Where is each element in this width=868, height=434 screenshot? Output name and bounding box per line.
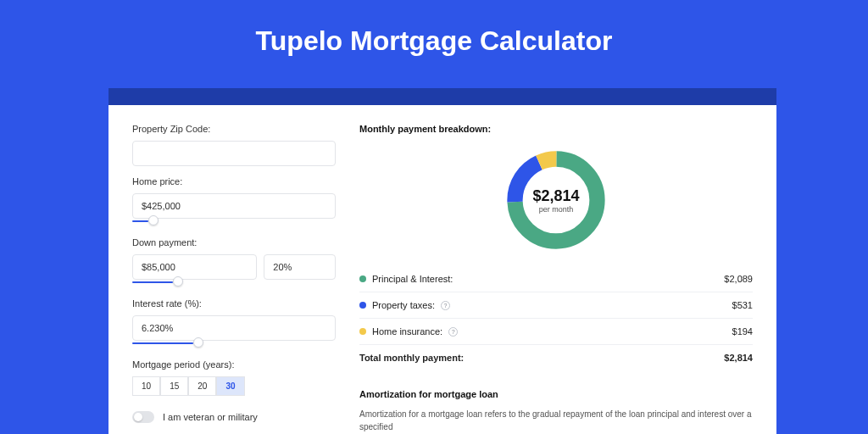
form-panel: Property Zip Code: Home price: Down paym…: [132, 124, 336, 434]
price-slider-thumb[interactable]: [148, 215, 159, 225]
veteran-label: I am veteran or military: [163, 412, 258, 422]
rate-slider-thumb[interactable]: [193, 337, 203, 348]
donut-sub: per month: [532, 205, 579, 214]
down-label: Down payment:: [132, 237, 336, 248]
amort-text: Amortization for a mortgage loan refers …: [359, 408, 753, 433]
line-insurance-value: $194: [732, 326, 753, 337]
line-total: Total monthly payment: $2,814: [359, 345, 753, 370]
amort-title: Amortization for mortgage loan: [359, 389, 753, 399]
line-insurance-label: Home insurance:: [372, 326, 442, 337]
zip-label: Property Zip Code:: [132, 124, 336, 134]
header-accent: [108, 88, 776, 105]
info-icon[interactable]: ?: [441, 301, 450, 310]
dot-tax: [359, 302, 366, 309]
down-slider[interactable]: [132, 278, 336, 288]
donut-amount: $2,814: [532, 187, 579, 205]
period-label: Mortgage period (years):: [132, 359, 336, 370]
period-btn-30[interactable]: 30: [216, 376, 244, 396]
line-tax-value: $531: [732, 300, 753, 310]
line-tax: Property taxes: ? $531: [359, 292, 753, 319]
rate-slider[interactable]: [132, 339, 336, 349]
price-label: Home price:: [132, 176, 336, 186]
toggle-knob: [134, 413, 142, 421]
calculator-card: Property Zip Code: Home price: Down paym…: [108, 105, 776, 434]
rate-input[interactable]: [132, 315, 336, 341]
page-title: Tupelo Mortgage Calculator: [0, 0, 868, 77]
veteran-toggle[interactable]: [132, 411, 154, 423]
line-principal-value: $2,089: [724, 274, 753, 284]
dot-insurance: [359, 328, 366, 335]
line-principal-label: Principal & Interest:: [372, 274, 453, 284]
period-btn-20[interactable]: 20: [188, 376, 216, 396]
zip-input[interactable]: [132, 141, 336, 166]
down-slider-thumb[interactable]: [173, 276, 183, 287]
info-icon[interactable]: ?: [448, 327, 458, 337]
line-tax-label: Property taxes:: [372, 300, 435, 310]
total-label: Total monthly payment:: [359, 353, 464, 363]
breakdown-title: Monthly payment breakdown:: [359, 124, 753, 134]
price-input[interactable]: [132, 193, 336, 219]
period-buttons: 10 15 20 30: [132, 376, 336, 396]
price-slider[interactable]: [132, 217, 336, 227]
line-insurance: Home insurance: ? $194: [359, 319, 753, 345]
total-value: $2,814: [724, 353, 753, 363]
line-principal: Principal & Interest: $2,089: [359, 266, 753, 292]
breakdown-donut: $2,814 per month: [502, 146, 610, 254]
down-pct-input[interactable]: [264, 254, 336, 280]
period-btn-15[interactable]: 15: [160, 376, 188, 396]
down-amount-input[interactable]: [132, 254, 257, 280]
period-btn-10[interactable]: 10: [132, 376, 160, 396]
breakdown-panel: Monthly payment breakdown: $2,814 per mo…: [359, 124, 753, 434]
rate-label: Interest rate (%):: [132, 298, 336, 309]
dot-principal: [359, 275, 366, 282]
